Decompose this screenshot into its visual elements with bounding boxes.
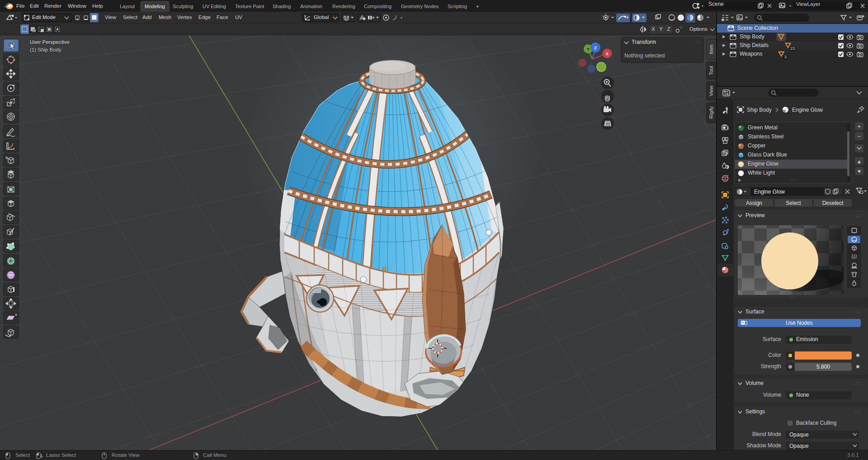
svg-text:Y: Y: [587, 47, 590, 52]
svg-text:Z: Z: [594, 46, 597, 50]
svg-text:X: X: [606, 52, 609, 56]
